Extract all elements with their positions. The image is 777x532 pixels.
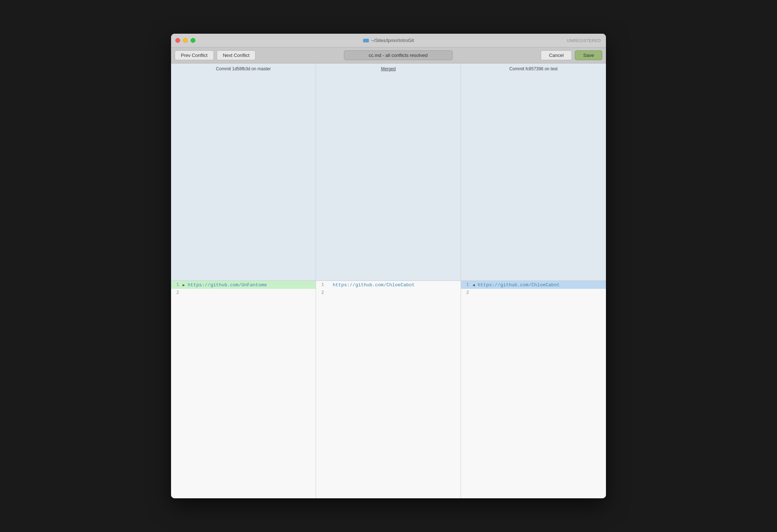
center-line-number-1: 1: [316, 282, 326, 287]
toolbar-center: cc.md - all conflicts resolved: [258, 50, 537, 60]
close-button[interactable]: [175, 38, 180, 43]
left-line-number-2: 2: [171, 290, 181, 295]
titlebar: ~/Sites/lpmn/IntroGit UNREGISTERED: [171, 34, 606, 47]
left-marker-1: ▶: [181, 283, 186, 287]
right-line-number-2: 2: [461, 290, 471, 295]
cancel-button[interactable]: Cancel: [541, 50, 572, 60]
save-button[interactable]: Save: [575, 50, 602, 60]
left-line-number-1: 1: [171, 282, 181, 287]
center-content-1: https://github.com/ChloeCabot: [331, 282, 461, 288]
maximize-button[interactable]: [191, 38, 195, 43]
left-panel: 1 ▶ https://github.com/UnFantome 2: [171, 281, 316, 498]
toolbar: Prev Conflict Next Conflict cc.md - all …: [171, 47, 606, 63]
left-line-1: 1 ▶ https://github.com/UnFantome: [171, 281, 316, 289]
window-title: ~/Sites/lpmn/IntroGit: [371, 38, 414, 43]
left-content-1: https://github.com/UnFantome: [186, 282, 316, 288]
left-header: Commit 1d58fb3d on master: [171, 63, 316, 281]
traffic-lights: [175, 38, 195, 43]
prev-conflict-button[interactable]: Prev Conflict: [175, 50, 214, 60]
app-window: ~/Sites/lpmn/IntroGit UNREGISTERED Prev …: [171, 34, 606, 498]
right-header: Commit fc857396 on test: [461, 63, 606, 281]
filename-label: cc.md - all conflicts resolved: [344, 50, 453, 60]
center-line-1: 1 https://github.com/ChloeCabot: [316, 281, 461, 289]
left-line-2: 2: [171, 289, 316, 297]
diff-content: 1 ▶ https://github.com/UnFantome 2 1 htt…: [171, 281, 606, 498]
minimize-button[interactable]: [183, 38, 188, 43]
toolbar-right: Cancel Save: [541, 50, 602, 60]
right-line-number-1: 1: [461, 282, 471, 287]
titlebar-center: ~/Sites/lpmn/IntroGit: [363, 38, 414, 43]
center-panel: 1 https://github.com/ChloeCabot 2: [316, 281, 461, 498]
right-marker-1: ◀: [471, 283, 476, 287]
right-panel: 1 ◀ https://github.com/ChloeCabot 2: [461, 281, 606, 498]
folder-icon: [363, 39, 369, 42]
diff-headers: Commit 1d58fb3d on master Merged Commit …: [171, 63, 606, 281]
center-header: Merged: [316, 63, 461, 281]
center-line-number-2: 2: [316, 290, 326, 295]
unregistered-label: UNREGISTERED: [567, 38, 601, 43]
right-content-1: https://github.com/ChloeCabot: [476, 282, 606, 288]
next-conflict-button[interactable]: Next Conflict: [217, 50, 256, 60]
center-line-2: 2: [316, 289, 461, 297]
right-line-2: 2: [461, 289, 606, 297]
right-line-1: 1 ◀ https://github.com/ChloeCabot: [461, 281, 606, 289]
